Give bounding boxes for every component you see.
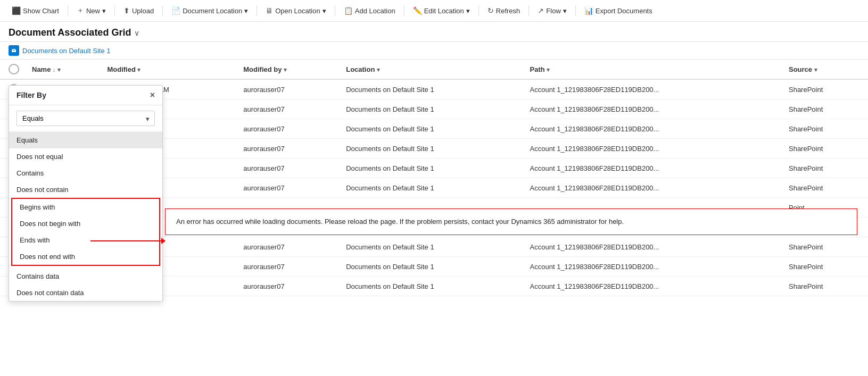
cell-location: Documents on Default Site 1 <box>340 139 523 158</box>
cell-path: Account 1_121983806F28ED119DB200... <box>524 257 782 277</box>
separator-7 <box>478 5 479 16</box>
filter-select-wrapper: Equals Does not equal Contains Does not … <box>16 111 155 126</box>
source-sort-icon: ▾ <box>814 66 817 73</box>
cell-path: Account 1_121983806F28ED119DB200... <box>524 79 782 99</box>
new-chevron-icon: ▾ <box>102 7 106 15</box>
cell-source: SharePoint <box>782 178 868 198</box>
cell-source: SharePoint <box>782 99 868 119</box>
location-sort-icon: ▾ <box>377 66 380 73</box>
refresh-icon: ↻ <box>487 6 494 15</box>
cell-location: Documents on Default Site 1 <box>340 237 523 257</box>
export-documents-button[interactable]: 📊 Export Documents <box>579 4 658 18</box>
open-location-icon: 🖥 <box>266 6 273 15</box>
separator-8 <box>528 5 529 16</box>
th-modified[interactable]: Modified ▾ <box>101 60 237 79</box>
filter-option-begins-with[interactable]: Begins with <box>12 199 159 215</box>
upload-icon: ⬆ <box>123 6 130 15</box>
cell-location: Documents on Default Site 1 <box>340 158 523 178</box>
cell-path: Account 1_121983806F28ED119DB200... <box>524 277 782 296</box>
toolbar: ⬛ Show Chart ＋ New ▾ ⬆ Upload 📄 Document… <box>0 0 868 22</box>
add-location-icon: 📋 <box>344 6 353 15</box>
cell-modified_by: aurorauser07 <box>237 178 340 198</box>
doc-loc-chevron-icon: ▾ <box>244 7 248 15</box>
filter-option-not-equals[interactable]: Does not equal <box>9 148 162 165</box>
name-sort-icon: ↓ ▾ <box>53 66 61 73</box>
new-button[interactable]: ＋ New ▾ <box>71 3 111 18</box>
filter-option-not-ends-with[interactable]: Does not end with <box>12 248 159 265</box>
filter-option-equals[interactable]: Equals <box>9 132 162 148</box>
annotation-arrow <box>90 240 165 241</box>
cell-path: Account 1_121983806F28ED119DB200... <box>524 139 782 158</box>
separator-4 <box>257 5 257 16</box>
flow-button[interactable]: ↗ Flow ▾ <box>532 4 572 18</box>
filter-type-select[interactable]: Equals Does not equal Contains Does not … <box>16 111 155 126</box>
edit-location-button[interactable]: ✏️ Edit Location ▾ <box>408 4 475 18</box>
cell-path: Account 1_121983806F28ED119DB200... <box>524 237 782 257</box>
sub-header: Documents on Default Site 1 <box>0 42 868 60</box>
flow-chevron-icon: ▾ <box>563 7 567 15</box>
filter-option-not-begins-with[interactable]: Does not begin with <box>12 215 159 232</box>
separator-9 <box>575 5 576 16</box>
show-chart-button[interactable]: ⬛ Show Chart <box>6 4 64 18</box>
filter-select-row: Equals Does not equal Contains Does not … <box>9 105 162 132</box>
cell-path: Account 1_121983806F28ED119DB200... <box>524 99 782 119</box>
cell-modified_by: aurorauser07 <box>237 119 340 139</box>
cell-modified_by: aurorauser07 <box>237 99 340 119</box>
cell-modified_by: aurorauser07 <box>237 79 340 99</box>
open-loc-chevron-icon: ▾ <box>323 7 326 15</box>
cell-source: SharePoint <box>782 237 868 257</box>
document-icon: 📄 <box>171 6 180 15</box>
modified-sort-icon: ▾ <box>137 66 140 73</box>
cell-location: Documents on Default Site 1 <box>340 99 523 119</box>
cell-path: Account 1_121983806F28ED119DB200... <box>524 178 782 198</box>
filter-option-contains-data[interactable]: Contains data <box>9 268 162 285</box>
cell-location: Documents on Default Site 1 <box>340 277 523 296</box>
main-content: Name ↓ ▾ Modified ▾ Modified by ▾ Locati… <box>0 60 868 361</box>
filter-option-not-contains-data[interactable]: Does not contain data <box>9 285 162 301</box>
cell-source: SharePoint <box>782 277 868 296</box>
page-title: Document Associated Grid <box>9 27 131 38</box>
th-checkbox <box>0 60 26 79</box>
cell-source: SharePoint <box>782 257 868 277</box>
th-name[interactable]: Name ↓ ▾ <box>26 60 101 79</box>
path-sort-icon: ▾ <box>547 66 550 73</box>
page-title-chevron-icon[interactable]: ∨ <box>134 29 139 37</box>
cell-modified_by: aurorauser07 <box>237 158 340 178</box>
chart-icon: ⬛ <box>12 6 21 15</box>
th-modified-by[interactable]: Modified by ▾ <box>237 60 340 79</box>
th-source[interactable]: Source ▾ <box>782 60 868 79</box>
separator-6 <box>404 5 404 16</box>
filter-header: Filter By × <box>9 86 162 105</box>
location-link[interactable]: Documents on Default Site 1 <box>22 47 110 55</box>
cell-modified_by: aurorauser07 <box>237 277 340 296</box>
cell-source: SharePoint <box>782 119 868 139</box>
th-location[interactable]: Location ▾ <box>340 60 523 79</box>
plus-icon: ＋ <box>77 6 84 15</box>
export-icon: 📊 <box>584 6 593 15</box>
filter-option-not-contains[interactable]: Does not contain <box>9 181 162 198</box>
cell-path: Account 1_121983806F28ED119DB200... <box>524 119 782 139</box>
separator-3 <box>162 5 163 16</box>
document-location-button[interactable]: 📄 Document Location ▾ <box>166 4 253 18</box>
separator-1 <box>68 5 68 16</box>
th-path[interactable]: Path ▾ <box>524 60 782 79</box>
cell-modified_by: aurorauser07 <box>237 237 340 257</box>
upload-button[interactable]: ⬆ Upload <box>118 4 159 18</box>
filter-highlighted-section: Begins with Does not begin with Ends wit… <box>11 198 160 266</box>
filter-option-contains[interactable]: Contains <box>9 165 162 181</box>
open-location-button[interactable]: 🖥 Open Location ▾ <box>260 4 332 18</box>
cell-location: Documents on Default Site 1 <box>340 257 523 277</box>
header-checkbox[interactable] <box>9 64 19 74</box>
location-icon <box>9 45 19 56</box>
flow-icon: ↗ <box>538 6 544 15</box>
edit-icon: ✏️ <box>413 6 422 15</box>
separator-2 <box>114 5 115 16</box>
cell-path: Account 1_121983806F28ED119DB200... <box>524 158 782 178</box>
refresh-button[interactable]: ↻ Refresh <box>482 4 526 18</box>
filter-close-button[interactable]: × <box>150 91 155 99</box>
add-location-button[interactable]: 📋 Add Location <box>338 4 401 18</box>
cell-source: SharePoint <box>782 139 868 158</box>
cell-location: Documents on Default Site 1 <box>340 178 523 198</box>
cell-location: Documents on Default Site 1 <box>340 119 523 139</box>
error-message: An error has occurred while loading docu… <box>176 218 624 225</box>
